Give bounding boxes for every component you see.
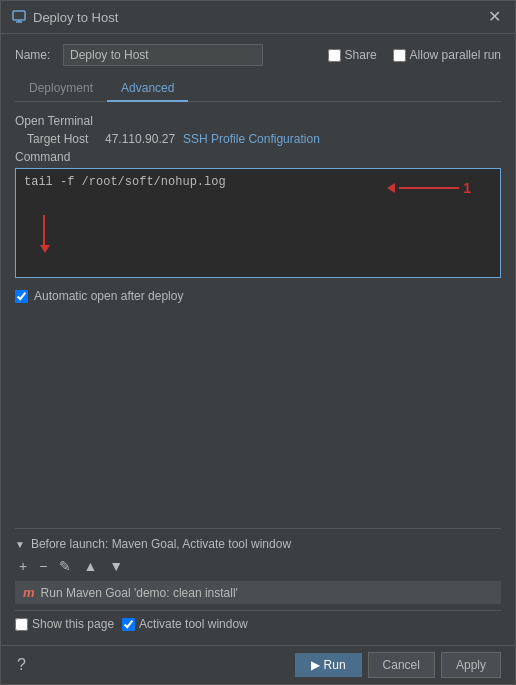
move-down-button[interactable]: ▼ [105,557,127,575]
command-area-wrapper: tail -f /root/soft/nohup.log 1 [15,168,501,281]
help-button[interactable]: ? [15,654,28,676]
deploy-to-host-window: Deploy to Host ✕ Name: Share Allow paral… [0,0,516,685]
share-checkbox-label[interactable]: Share [328,48,377,62]
command-label: Command [15,150,501,164]
svg-rect-0 [13,11,25,20]
target-host-label: Target Host [27,132,97,146]
activate-window-label[interactable]: Activate tool window [122,617,248,631]
add-button[interactable]: + [15,557,31,575]
title-bar: Deploy to Host ✕ [1,1,515,34]
target-host-row: Target Host 47.110.90.27 SSH Profile Con… [27,132,501,146]
ssh-profile-link[interactable]: SSH Profile Configuration [183,132,320,146]
before-launch-header: ▼ Before launch: Maven Goal, Activate to… [15,537,501,551]
footer: ? ▶ Run Cancel Apply [1,645,515,684]
cancel-button[interactable]: Cancel [368,652,435,678]
before-launch-text: Before launch: Maven Goal, Activate tool… [31,537,291,551]
tab-deployment[interactable]: Deployment [15,76,107,102]
before-launch-section: ▼ Before launch: Maven Goal, Activate to… [15,528,501,635]
run-button[interactable]: ▶ Run [295,653,362,677]
show-page-label[interactable]: Show this page [15,617,114,631]
auto-open-row: Automatic open after deploy [15,289,501,303]
run-icon: ▶ [311,658,320,672]
before-launch-toolbar: + − ✎ ▲ ▼ [15,557,501,575]
close-button[interactable]: ✕ [484,7,505,27]
window-title: Deploy to Host [33,10,118,25]
before-launch-item: m Run Maven Goal 'demo: clean install' [15,581,501,604]
move-up-button[interactable]: ▲ [79,557,101,575]
name-label: Name: [15,48,55,62]
show-page-checkbox[interactable] [15,618,28,631]
window-icon [11,9,27,25]
auto-open-checkbox[interactable] [15,290,28,303]
activate-window-checkbox[interactable] [122,618,135,631]
remove-button[interactable]: − [35,557,51,575]
before-launch-item-text: Run Maven Goal 'demo: clean install' [41,586,238,600]
main-content: Name: Share Allow parallel run Deploymen… [1,34,515,645]
parallel-checkbox[interactable] [393,49,406,62]
auto-open-label: Automatic open after deploy [34,289,183,303]
chevron-icon[interactable]: ▼ [15,539,25,550]
name-row: Name: Share Allow parallel run [15,44,501,66]
tab-advanced[interactable]: Advanced [107,76,188,102]
apply-button[interactable]: Apply [441,652,501,678]
bottom-options-row: Show this page Activate tool window [15,610,501,635]
maven-icon: m [23,585,35,600]
edit-button[interactable]: ✎ [55,557,75,575]
tabs-bar: Deployment Advanced [15,76,501,102]
open-terminal-label: Open Terminal [15,114,501,128]
command-textarea[interactable]: tail -f /root/soft/nohup.log [15,168,501,278]
parallel-checkbox-label[interactable]: Allow parallel run [393,48,501,62]
host-ip: 47.110.90.27 [105,132,175,146]
name-input[interactable] [63,44,263,66]
share-checkbox[interactable] [328,49,341,62]
